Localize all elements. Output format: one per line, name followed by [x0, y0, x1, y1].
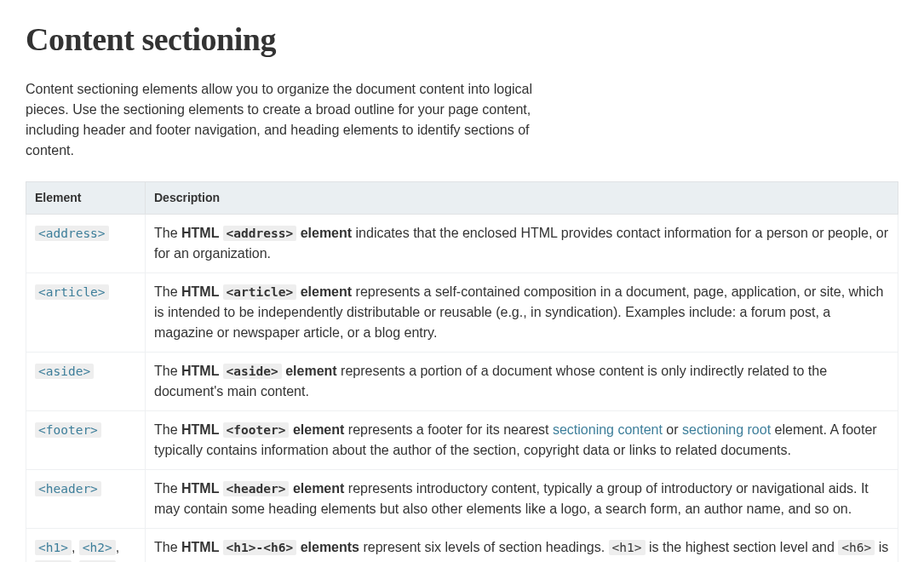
code-tag: <address> — [35, 226, 109, 241]
table-row: <article> The HTML <article> element rep… — [26, 273, 898, 353]
elements-table: Element Description <address> The HTML <… — [26, 181, 898, 562]
link-sectioning-content[interactable]: sectioning content — [553, 422, 663, 437]
description-cell: The HTML <h1>-<h6> elements represent si… — [146, 529, 898, 563]
element-link-h1[interactable]: <h1> — [35, 540, 72, 554]
code-tag: <header> — [35, 481, 101, 496]
element-link-header[interactable]: <header> — [35, 481, 101, 496]
element-link-footer[interactable]: <footer> — [35, 422, 101, 437]
description-cell: The HTML <article> element represents a … — [146, 273, 898, 353]
code-tag: <article> — [35, 284, 109, 300]
table-row: <footer> The HTML <footer> element repre… — [26, 411, 898, 470]
page-title: Content sectioning — [26, 15, 898, 64]
element-link-aside[interactable]: <aside> — [35, 364, 94, 378]
element-link-article[interactable]: <article> — [35, 284, 109, 299]
table-row: <aside> The HTML <aside> element represe… — [26, 353, 898, 411]
code-tag: <footer> — [35, 422, 101, 438]
description-cell: The HTML <header> element represents int… — [146, 470, 898, 529]
description-cell: The HTML <footer> element represents a f… — [146, 411, 898, 470]
description-cell: The HTML <address> element indicates tha… — [146, 215, 898, 273]
table-row: <header> The HTML <header> element repre… — [26, 470, 898, 529]
col-element: Element — [26, 182, 146, 215]
table-row: <address> The HTML <address> element ind… — [26, 215, 898, 273]
element-link-h2[interactable]: <h2> — [79, 540, 116, 554]
code-tag: <aside> — [35, 364, 94, 379]
col-description: Description — [146, 182, 898, 215]
table-row: <h1>, <h2>, <h3>, <h4>, <h5>, <h6> The H… — [26, 529, 898, 563]
element-link-address[interactable]: <address> — [35, 226, 109, 240]
link-sectioning-root[interactable]: sectioning root — [682, 422, 771, 437]
intro-paragraph: Content sectioning elements allow you to… — [26, 79, 562, 161]
description-cell: The HTML <aside> element represents a po… — [146, 353, 898, 411]
